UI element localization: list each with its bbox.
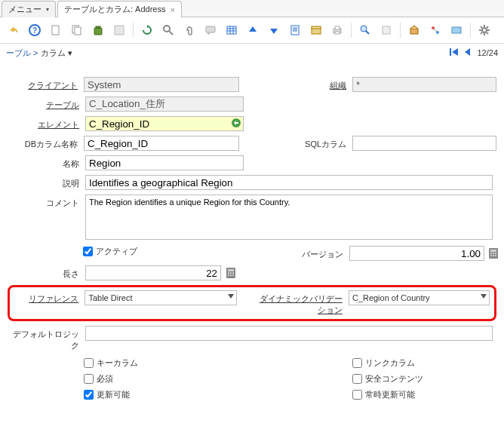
svg-rect-23 bbox=[335, 26, 340, 29]
svg-rect-10 bbox=[206, 26, 215, 32]
svg-rect-54 bbox=[228, 272, 229, 274]
request-icon[interactable] bbox=[447, 21, 466, 39]
product-icon[interactable] bbox=[405, 21, 423, 39]
label-dynval: ダイナミックバリデーション bbox=[252, 290, 349, 316]
svg-rect-6 bbox=[96, 26, 100, 28]
dynval-combo[interactable]: C_Region of Country bbox=[349, 290, 490, 305]
keycol-checkbox[interactable] bbox=[84, 358, 94, 368]
reference-combo[interactable]: Table Direct bbox=[85, 290, 237, 305]
breadcrumb: ーブル > カラム ▾ bbox=[6, 48, 72, 59]
process-icon[interactable] bbox=[377, 21, 395, 39]
save-icon[interactable] bbox=[110, 21, 128, 39]
detail-down-icon[interactable] bbox=[265, 21, 283, 39]
svg-line-40 bbox=[481, 32, 482, 34]
desc-field[interactable] bbox=[85, 175, 493, 190]
element-field[interactable] bbox=[85, 116, 244, 131]
calculator-icon[interactable] bbox=[487, 247, 499, 260]
active-checkbox[interactable] bbox=[83, 247, 93, 256]
label-org: 組織 bbox=[254, 77, 352, 91]
svg-rect-49 bbox=[490, 255, 492, 256]
gear-icon[interactable] bbox=[475, 21, 493, 39]
sub-bar: ーブル > カラム ▾ 12/24 bbox=[0, 44, 504, 62]
help-icon[interactable]: ? bbox=[26, 21, 44, 39]
svg-rect-47 bbox=[493, 253, 494, 254]
label-seccontent: 安全コンテンツ bbox=[365, 373, 423, 385]
chat-icon[interactable] bbox=[201, 21, 220, 39]
grid-icon[interactable] bbox=[223, 21, 241, 39]
version-field[interactable] bbox=[349, 246, 484, 261]
tab-menu[interactable]: メニュー ▾ bbox=[2, 1, 56, 17]
org-field bbox=[352, 77, 496, 92]
linkcol-checkbox[interactable] bbox=[352, 358, 362, 368]
svg-rect-2 bbox=[52, 26, 59, 35]
svg-line-41 bbox=[487, 26, 488, 28]
dbcol-field[interactable] bbox=[84, 136, 239, 151]
label-name: 名称 bbox=[8, 155, 85, 170]
search-icon[interactable] bbox=[159, 21, 177, 39]
svg-line-31 bbox=[434, 29, 437, 32]
prev-record-icon[interactable] bbox=[463, 48, 472, 58]
report-icon[interactable] bbox=[286, 21, 304, 39]
svg-rect-57 bbox=[228, 274, 229, 276]
label-alwaysupd: 常時更新可能 bbox=[365, 389, 415, 400]
updatable-checkbox[interactable] bbox=[84, 390, 94, 400]
chevron-down-icon[interactable]: ▾ bbox=[66, 48, 72, 57]
svg-rect-58 bbox=[230, 274, 232, 276]
delete-icon[interactable] bbox=[89, 21, 107, 39]
label-active: アクティブ bbox=[96, 246, 137, 257]
label-dbcol: DBカラム名称 bbox=[8, 136, 84, 150]
svg-line-38 bbox=[481, 26, 482, 28]
label-reference: リファレンス bbox=[14, 290, 85, 305]
tab-active-label: テーブルとカラム: Address bbox=[64, 4, 165, 15]
separator bbox=[351, 23, 352, 38]
close-icon[interactable]: × bbox=[170, 5, 174, 14]
svg-rect-11 bbox=[227, 26, 236, 34]
name-field[interactable] bbox=[85, 155, 244, 170]
label-comment: コメント bbox=[8, 195, 85, 209]
svg-rect-45 bbox=[490, 250, 496, 252]
crumb-table[interactable]: ーブル bbox=[6, 48, 31, 57]
copy-icon[interactable] bbox=[68, 21, 86, 39]
workflow-icon[interactable] bbox=[426, 21, 444, 39]
pager-position: 12/24 bbox=[477, 48, 498, 57]
svg-rect-48 bbox=[495, 253, 496, 254]
label-element: エレメント bbox=[8, 116, 85, 130]
label-linkcol: リンクカラム bbox=[365, 357, 415, 369]
label-desc: 説明 bbox=[8, 175, 85, 189]
svg-rect-32 bbox=[452, 27, 461, 33]
first-record-icon[interactable] bbox=[450, 48, 459, 58]
tab-menu-label: メニュー bbox=[8, 4, 41, 15]
label-version: バージョン bbox=[252, 246, 349, 260]
sqlcol-field[interactable] bbox=[352, 136, 496, 151]
deflogic-field[interactable] bbox=[85, 326, 493, 341]
print-icon[interactable] bbox=[328, 21, 346, 39]
svg-rect-5 bbox=[94, 28, 102, 35]
refresh-icon[interactable] bbox=[138, 21, 156, 39]
client-field bbox=[84, 77, 239, 92]
label-deflogic: デフォルトロジック bbox=[8, 326, 85, 351]
undo-icon[interactable] bbox=[5, 21, 23, 39]
crumb-column[interactable]: カラム bbox=[41, 48, 66, 57]
chevron-down-icon: ▾ bbox=[46, 6, 49, 13]
dynval-value: C_Region of Country bbox=[352, 293, 430, 302]
table-field bbox=[85, 97, 244, 112]
tab-table-column[interactable]: テーブルとカラム: Address × bbox=[57, 1, 182, 17]
calculator-icon[interactable] bbox=[224, 266, 238, 280]
svg-rect-51 bbox=[495, 255, 496, 256]
svg-point-8 bbox=[164, 26, 170, 32]
attachment-icon[interactable] bbox=[180, 21, 198, 39]
requery-icon[interactable] bbox=[231, 118, 241, 130]
zoom-icon[interactable] bbox=[356, 21, 374, 39]
archive-icon[interactable] bbox=[307, 21, 325, 39]
comment-field[interactable]: The Region identifies a unique Region fo… bbox=[85, 195, 493, 240]
required-checkbox[interactable] bbox=[84, 374, 94, 384]
length-field[interactable] bbox=[85, 265, 221, 280]
svg-text:?: ? bbox=[32, 26, 37, 35]
label-client: クライアント bbox=[8, 77, 84, 91]
parent-up-icon[interactable] bbox=[244, 21, 262, 39]
seccontent-checkbox[interactable] bbox=[352, 374, 362, 384]
svg-rect-16 bbox=[291, 26, 299, 35]
new-icon[interactable] bbox=[47, 21, 65, 39]
label-keycol: キーカラム bbox=[97, 357, 138, 369]
alwaysupd-checkbox[interactable] bbox=[352, 390, 362, 400]
